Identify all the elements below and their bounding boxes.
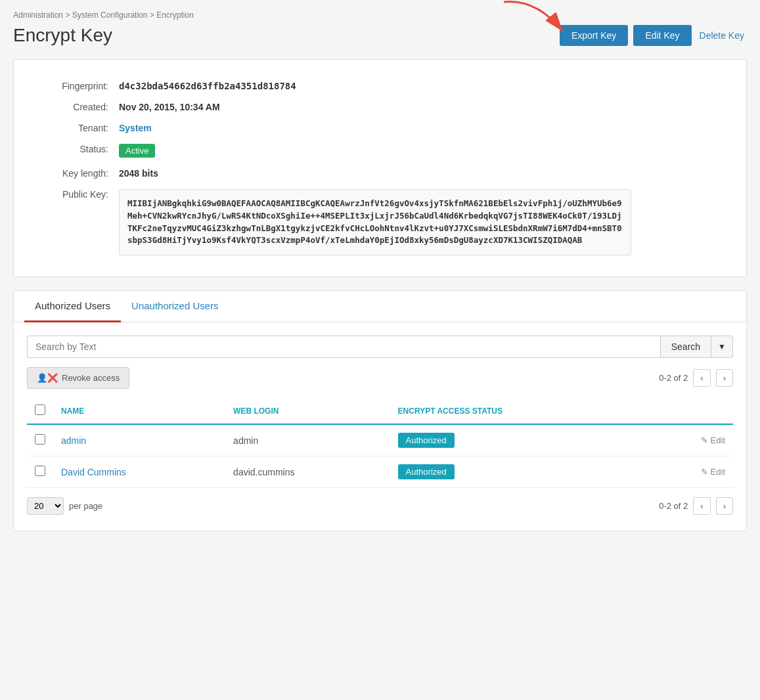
table-header-row: NAME WEB LOGIN ENCRYPT ACCESS STATUS [27,398,733,424]
fingerprint-row: Fingerprint: d4c32bda54662d63ffb2a4351d8… [34,76,726,97]
pagination-top: 0-2 of 2 ‹ › [659,369,733,387]
pagination-count-top: 0-2 of 2 [659,373,688,383]
authorized-badge-0: Authorized [398,433,455,448]
delete-key-button[interactable]: Delete Key [697,25,747,46]
edit-link-0[interactable]: ✎ Edit [701,435,725,445]
key-length-value: 2048 bits [119,163,726,184]
revoke-label: Revoke access [62,373,120,383]
header-actions: Export Key Edit Key Delete Key [560,25,747,46]
select-all-checkbox[interactable] [35,405,45,415]
header-checkbox-cell [27,398,53,424]
column-name: NAME [53,398,225,424]
fingerprint-label: Fingerprint: [34,76,119,97]
authorized-badge-1: Authorized [398,464,455,479]
breadcrumb: Administration > System Configuration > … [13,11,747,20]
user-link-0[interactable]: admin [61,435,86,446]
row-name-0: admin [53,424,225,456]
revoke-access-button[interactable]: 👤❌ Revoke access [27,367,129,389]
users-table: NAME WEB LOGIN ENCRYPT ACCESS STATUS adm… [27,398,733,488]
row-login-0: admin [225,424,390,456]
tab-unauthorized-users[interactable]: Unauthorized Users [121,291,229,322]
export-key-button[interactable]: Export Key [560,25,628,46]
tab-content-authorized: Search ▼ 👤❌ Revoke access 0-2 of 2 ‹ › [14,322,746,531]
breadcrumb-separator1: > [65,11,72,20]
table-row: David Cummins david.cummins Authorized ✎… [27,456,733,488]
breadcrumb-encryption: Encryption [156,11,194,20]
tenant-link[interactable]: System [119,123,152,133]
created-label: Created: [34,97,119,118]
page-title: Encrypt Key [13,25,112,46]
search-row: Search ▼ [27,336,733,358]
column-access-status: ENCRYPT ACCESS STATUS [390,398,647,424]
table-body: admin admin Authorized ✎ Edit David Cumm… [27,424,733,488]
tenant-value: System [119,118,726,139]
status-row: Status: Active [34,139,726,163]
row-status-0: Authorized [390,424,647,456]
pagination-bottom: 0-2 of 2 ‹ › [659,497,733,515]
key-details-card: Fingerprint: d4c32bda54662d63ffb2a4351d8… [13,59,747,277]
search-input[interactable] [27,336,660,358]
pagination-count-bottom: 0-2 of 2 [659,501,688,511]
row-checkbox-cell-0 [27,424,53,456]
column-web-login: WEB LOGIN [225,398,390,424]
key-length-row: Key length: 2048 bits [34,163,726,184]
search-dropdown-button[interactable]: ▼ [711,336,733,358]
per-page-select[interactable]: 20 50 100 [27,497,64,515]
public-key-row: Public Key: MIIBIjANBgkqhkiG9w0BAQEFAAOC… [34,184,726,261]
key-details-table: Fingerprint: d4c32bda54662d63ffb2a4351d8… [34,76,726,261]
row-name-1: David Cummins [53,456,225,488]
tab-authorized-users[interactable]: Authorized Users [24,291,121,322]
breadcrumb-system-config: System Configuration [72,11,148,20]
page-header: Encrypt Key Export Key Edit Key Delete K… [13,25,747,46]
per-page-selector: 20 50 100 per page [27,497,102,515]
table-row: admin admin Authorized ✎ Edit [27,424,733,456]
created-value: Nov 20, 2015, 10:34 AM [119,97,726,118]
per-page-label: per page [69,501,102,511]
tabs-section: Authorized Users Unauthorized Users Sear… [13,290,747,531]
row-status-1: Authorized [390,456,647,488]
row-edit-0: ✎ Edit [647,424,733,456]
edit-icon-1: ✎ [701,467,708,477]
tabs-header: Authorized Users Unauthorized Users [14,291,746,322]
status-label: Status: [34,139,119,163]
created-row: Created: Nov 20, 2015, 10:34 AM [34,97,726,118]
row-checkbox-1[interactable] [35,466,45,476]
user-link-1[interactable]: David Cummins [61,467,126,477]
status-value: Active [119,139,726,163]
tenant-row: Tenant: System [34,118,726,139]
key-length-label: Key length: [34,163,119,184]
prev-page-bottom[interactable]: ‹ [693,497,710,515]
next-page-top[interactable]: › [716,369,733,387]
edit-key-button[interactable]: Edit Key [633,25,691,46]
column-actions [647,398,733,424]
public-key-box: MIIBIjANBgkqhkiG9w0BAQEFAAOCAQ8AMIIBCgKC… [119,189,631,255]
edit-link-1[interactable]: ✎ Edit [701,467,725,477]
fingerprint-value: d4c32bda54662d63ffb2a4351d818784 [119,76,726,97]
next-page-bottom[interactable]: › [716,497,733,515]
public-key-value: MIIBIjANBgkqhkiG9w0BAQEFAAOCAQ8AMIIBCgKC… [119,184,726,261]
edit-icon-0: ✎ [701,435,708,445]
row-checkbox-cell-1 [27,456,53,488]
prev-page-top[interactable]: ‹ [693,369,710,387]
tenant-label: Tenant: [34,118,119,139]
breadcrumb-admin: Administration [13,11,63,20]
public-key-label: Public Key: [34,184,119,261]
breadcrumb-separator2: > [150,11,156,20]
action-row: 👤❌ Revoke access 0-2 of 2 ‹ › [27,367,733,389]
status-badge: Active [119,144,155,158]
footer-row: 20 50 100 per page 0-2 of 2 ‹ › [27,488,733,517]
row-edit-1: ✎ Edit [647,456,733,488]
row-checkbox-0[interactable] [35,434,45,445]
revoke-icon: 👤❌ [37,373,58,383]
search-button[interactable]: Search [660,336,711,358]
row-login-1: david.cummins [225,456,390,488]
